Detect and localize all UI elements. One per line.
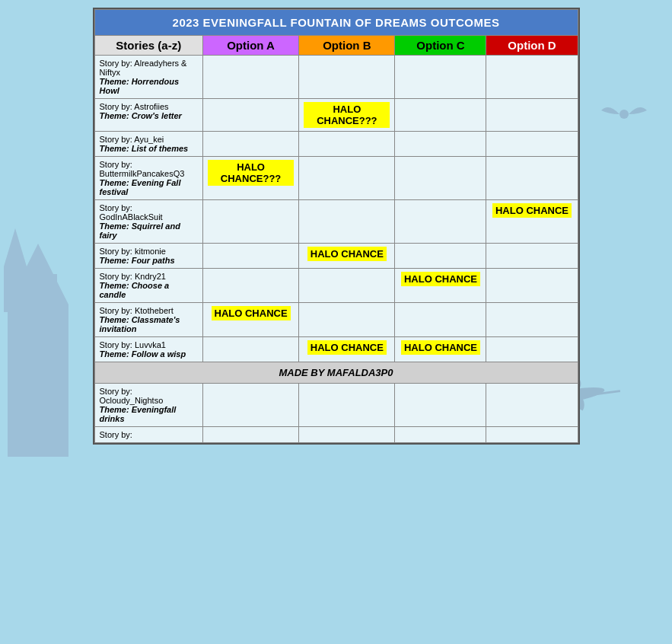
- author-text: Story by: Alreadyhers & Niftyx: [100, 59, 187, 77]
- main-table-wrapper: 2023 EVENINGFALL FOUNTAIN OF DREAMS OUTC…: [93, 8, 580, 445]
- story-cell: Story by: Alreadyhers & NiftyxTheme: Hor…: [94, 56, 202, 99]
- option-a-cell: [202, 99, 298, 132]
- option-b-cell: [299, 132, 395, 157]
- option-d-cell: [486, 337, 578, 362]
- option-a-cell: [202, 269, 298, 303]
- svg-rect-3: [11, 266, 23, 285]
- author-text: Story by: Kndry21: [100, 272, 166, 281]
- table-row: Story by: KtothebertTheme: Classmate's i…: [94, 303, 578, 337]
- story-cell: Story by: Ocloudy_NightsoTheme: Eveningf…: [94, 384, 202, 427]
- header-option-c: Option C: [395, 36, 486, 56]
- header-row: Stories (a-z) Option A Option B Option C…: [94, 36, 578, 56]
- table-row: Story by: AstrofiiesTheme: Crow's letter…: [94, 99, 578, 132]
- halo-chance-badge: HALO CHANCE???: [304, 102, 390, 128]
- option-d-cell: [486, 269, 578, 303]
- option-d-cell: [486, 244, 578, 269]
- option-c-cell: [395, 99, 486, 132]
- option-b-cell: [299, 56, 395, 99]
- halo-chance-badge: HALO CHANCE: [401, 272, 480, 286]
- story-cell: Story by: ButtermilkPancakesQ3Theme: Eve…: [94, 157, 202, 200]
- story-cell: Story by: KtothebertTheme: Classmate's i…: [94, 303, 202, 337]
- halo-chance-badge: HALO CHANCE???: [208, 160, 294, 186]
- option-c-cell: [395, 427, 486, 443]
- theme-text: Theme: Four paths: [100, 256, 175, 265]
- option-a-cell: [202, 244, 298, 269]
- table-row: Story by:: [94, 427, 578, 443]
- table-row: Story by: ButtermilkPancakesQ3Theme: Eve…: [94, 157, 578, 200]
- option-a-cell: [202, 56, 298, 99]
- theme-text: Theme: Squirrel and fairy: [100, 222, 180, 240]
- option-c-cell: [395, 200, 486, 244]
- theme-text: Theme: Evening Fall festival: [100, 178, 181, 196]
- halo-chance-badge: HALO CHANCE: [307, 340, 387, 355]
- author-text: Story by: ButtermilkPancakesQ3: [100, 160, 185, 178]
- option-b-cell: [299, 200, 395, 244]
- table-row: Story by: Luvvka1Theme: Follow a wispHAL…: [94, 337, 578, 362]
- svg-point-15: [619, 110, 629, 119]
- theme-text: Theme: List of themes: [100, 144, 189, 153]
- title-row: 2023 EVENINGFALL FOUNTAIN OF DREAMS OUTC…: [94, 10, 578, 36]
- author-text: Story by: Ayu_kei: [100, 135, 164, 144]
- story-cell: Story by: Ayu_keiTheme: List of themes: [94, 132, 202, 157]
- option-c-cell: HALO CHANCE: [395, 269, 486, 303]
- theme-text: Theme: Eveningfall drinks: [100, 405, 177, 423]
- option-d-cell: [486, 303, 578, 337]
- option-c-cell: [395, 244, 486, 269]
- halo-chance-badge: HALO CHANCE: [212, 306, 291, 320]
- svg-rect-0: [8, 304, 68, 457]
- story-cell: Story by: GodInABlackSuitTheme: Squirrel…: [94, 200, 202, 244]
- theme-text: Theme: Crow's letter: [100, 111, 182, 120]
- table-row: Story by: Kndry21Theme: Choose a candleH…: [94, 269, 578, 303]
- author-text: Story by: Astrofiies: [100, 102, 169, 111]
- svg-rect-2: [23, 343, 38, 365]
- header-stories: Stories (a-z): [94, 36, 202, 56]
- option-b-cell: [299, 384, 395, 427]
- option-a-cell: [202, 200, 298, 244]
- svg-rect-5: [4, 266, 27, 312]
- option-d-cell: [486, 427, 578, 443]
- option-a-cell: [202, 384, 298, 427]
- option-a-cell: [202, 337, 298, 362]
- option-c-cell: HALO CHANCE: [395, 337, 486, 362]
- option-d-cell: HALO CHANCE: [486, 200, 578, 244]
- author-text: Story by: Luvvka1: [100, 340, 166, 349]
- author-text: Story by:: [100, 430, 132, 439]
- option-b-cell: [299, 157, 395, 200]
- header-option-a: Option A: [202, 36, 298, 56]
- option-d-cell: [486, 157, 578, 200]
- option-b-cell: [299, 427, 395, 443]
- table-row: Story by: kitmonieTheme: Four pathsHALO …: [94, 244, 578, 269]
- table-row: Story by: GodInABlackSuitTheme: Squirrel…: [94, 200, 578, 244]
- svg-rect-4: [46, 274, 57, 293]
- option-a-cell: [202, 132, 298, 157]
- option-d-cell: [486, 132, 578, 157]
- option-b-cell: HALO CHANCE: [299, 244, 395, 269]
- option-c-cell: [395, 132, 486, 157]
- story-cell: Story by: AstrofiiesTheme: Crow's letter: [94, 99, 202, 132]
- option-b-cell: [299, 269, 395, 303]
- option-d-cell: [486, 384, 578, 427]
- option-d-cell: [486, 99, 578, 132]
- author-text: Story by: Ocloudy_Nightso: [100, 387, 164, 405]
- header-option-b: Option B: [299, 36, 395, 56]
- story-cell: Story by: Luvvka1Theme: Follow a wisp: [94, 337, 202, 362]
- halo-chance-badge: HALO CHANCE: [401, 340, 480, 355]
- option-c-cell: [395, 157, 486, 200]
- table-row: Story by: Ocloudy_NightsoTheme: Eveningf…: [94, 384, 578, 427]
- halo-chance-badge: HALO CHANCE: [492, 203, 572, 218]
- header-option-d: Option D: [486, 36, 578, 56]
- theme-text: Theme: Horrendous Howl: [100, 77, 180, 95]
- option-a-cell: [202, 427, 298, 443]
- option-b-cell: HALO CHANCE???: [299, 99, 395, 132]
- made-by-row: MADE BY MAFALDA3P0: [94, 362, 578, 384]
- table-row: Story by: Alreadyhers & NiftyxTheme: Hor…: [94, 56, 578, 99]
- option-a-cell: HALO CHANCE: [202, 303, 298, 337]
- option-b-cell: HALO CHANCE: [299, 337, 395, 362]
- author-text: Story by: kitmonie: [100, 247, 166, 256]
- option-c-cell: [395, 56, 486, 99]
- halo-chance-badge: HALO CHANCE: [307, 247, 387, 261]
- svg-marker-6: [4, 228, 27, 266]
- option-c-cell: [395, 384, 486, 427]
- story-cell: Story by: Kndry21Theme: Choose a candle: [94, 269, 202, 303]
- made-by-label: MADE BY MAFALDA3P0: [94, 362, 578, 384]
